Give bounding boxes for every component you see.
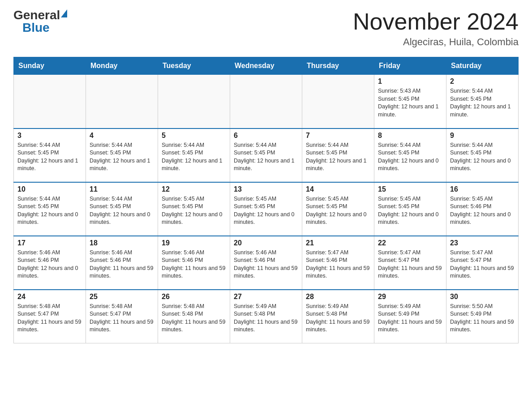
calendar-header-row: SundayMondayTuesdayWednesdayThursdayFrid… (14, 57, 519, 75)
day-number: 4 (90, 132, 154, 140)
weekday-header-friday: Friday (374, 57, 446, 75)
day-info: Sunrise: 5:44 AM Sunset: 5:45 PM Dayligh… (450, 141, 515, 173)
page-header: General Blue November 2024 Algeciras, Hu… (13, 9, 519, 48)
weekday-header-tuesday: Tuesday (158, 57, 230, 75)
calendar-cell: 12Sunrise: 5:45 AM Sunset: 5:45 PM Dayli… (158, 182, 230, 236)
calendar-cell: 3Sunrise: 5:44 AM Sunset: 5:45 PM Daylig… (14, 128, 86, 182)
calendar-cell: 2Sunrise: 5:44 AM Sunset: 5:45 PM Daylig… (446, 75, 519, 128)
day-number: 30 (450, 293, 515, 301)
calendar-cell: 25Sunrise: 5:48 AM Sunset: 5:47 PM Dayli… (86, 290, 158, 343)
calendar-cell (230, 75, 302, 128)
day-number: 14 (306, 185, 370, 193)
day-info: Sunrise: 5:46 AM Sunset: 5:46 PM Dayligh… (17, 249, 82, 280)
day-number: 19 (162, 239, 226, 247)
calendar-table: SundayMondayTuesdayWednesdayThursdayFrid… (13, 57, 519, 343)
day-number: 1 (378, 77, 442, 86)
day-number: 6 (234, 132, 298, 140)
day-number: 22 (378, 239, 442, 247)
calendar-cell: 22Sunrise: 5:47 AM Sunset: 5:47 PM Dayli… (374, 236, 446, 290)
calendar-cell: 9Sunrise: 5:44 AM Sunset: 5:45 PM Daylig… (446, 128, 519, 182)
calendar-cell: 15Sunrise: 5:45 AM Sunset: 5:45 PM Dayli… (374, 182, 446, 236)
calendar-cell: 1Sunrise: 5:43 AM Sunset: 5:45 PM Daylig… (374, 75, 446, 128)
logo-blue-text: Blue (22, 21, 50, 34)
day-info: Sunrise: 5:46 AM Sunset: 5:46 PM Dayligh… (90, 249, 154, 280)
weekday-header-wednesday: Wednesday (230, 57, 302, 75)
calendar-cell: 4Sunrise: 5:44 AM Sunset: 5:45 PM Daylig… (86, 128, 158, 182)
day-info: Sunrise: 5:45 AM Sunset: 5:45 PM Dayligh… (162, 195, 226, 227)
day-number: 29 (378, 293, 442, 301)
calendar-cell: 30Sunrise: 5:50 AM Sunset: 5:49 PM Dayli… (446, 290, 519, 343)
day-info: Sunrise: 5:45 AM Sunset: 5:45 PM Dayligh… (306, 195, 370, 227)
day-info: Sunrise: 5:47 AM Sunset: 5:47 PM Dayligh… (378, 249, 442, 280)
day-info: Sunrise: 5:44 AM Sunset: 5:45 PM Dayligh… (378, 141, 442, 173)
day-info: Sunrise: 5:49 AM Sunset: 5:48 PM Dayligh… (234, 303, 298, 334)
calendar-cell (86, 75, 158, 128)
day-number: 8 (378, 132, 442, 140)
month-title: November 2024 (353, 9, 519, 34)
day-info: Sunrise: 5:48 AM Sunset: 5:47 PM Dayligh… (90, 303, 154, 334)
day-number: 18 (90, 239, 154, 247)
day-info: Sunrise: 5:50 AM Sunset: 5:49 PM Dayligh… (450, 303, 515, 334)
calendar-cell: 7Sunrise: 5:44 AM Sunset: 5:45 PM Daylig… (302, 128, 374, 182)
calendar-cell: 28Sunrise: 5:49 AM Sunset: 5:48 PM Dayli… (302, 290, 374, 343)
day-info: Sunrise: 5:48 AM Sunset: 5:48 PM Dayligh… (162, 303, 226, 334)
logo-triangle-icon (61, 9, 67, 17)
calendar-cell: 20Sunrise: 5:46 AM Sunset: 5:46 PM Dayli… (230, 236, 302, 290)
logo-general-text: General (13, 9, 60, 21)
day-info: Sunrise: 5:46 AM Sunset: 5:46 PM Dayligh… (162, 249, 226, 280)
calendar-week-row: 17Sunrise: 5:46 AM Sunset: 5:46 PM Dayli… (14, 236, 519, 290)
day-info: Sunrise: 5:43 AM Sunset: 5:45 PM Dayligh… (378, 87, 442, 119)
calendar-cell: 8Sunrise: 5:44 AM Sunset: 5:45 PM Daylig… (374, 128, 446, 182)
calendar-cell: 17Sunrise: 5:46 AM Sunset: 5:46 PM Dayli… (14, 236, 86, 290)
calendar-cell: 13Sunrise: 5:45 AM Sunset: 5:45 PM Dayli… (230, 182, 302, 236)
calendar-cell (14, 75, 86, 128)
day-number: 25 (90, 293, 154, 301)
day-info: Sunrise: 5:47 AM Sunset: 5:47 PM Dayligh… (450, 249, 515, 280)
day-number: 12 (162, 185, 226, 193)
day-number: 15 (378, 185, 442, 193)
day-info: Sunrise: 5:48 AM Sunset: 5:47 PM Dayligh… (17, 303, 82, 334)
day-number: 28 (306, 293, 370, 301)
day-info: Sunrise: 5:44 AM Sunset: 5:45 PM Dayligh… (17, 141, 82, 173)
weekday-header-sunday: Sunday (14, 57, 86, 75)
day-info: Sunrise: 5:47 AM Sunset: 5:46 PM Dayligh… (306, 249, 370, 280)
logo: General Blue (13, 9, 67, 34)
calendar-week-row: 1Sunrise: 5:43 AM Sunset: 5:45 PM Daylig… (14, 75, 519, 128)
calendar-cell (158, 75, 230, 128)
day-number: 24 (17, 293, 82, 301)
day-info: Sunrise: 5:44 AM Sunset: 5:45 PM Dayligh… (90, 195, 154, 227)
day-number: 20 (234, 239, 298, 247)
day-number: 27 (234, 293, 298, 301)
day-info: Sunrise: 5:44 AM Sunset: 5:45 PM Dayligh… (306, 141, 370, 173)
calendar-cell: 18Sunrise: 5:46 AM Sunset: 5:46 PM Dayli… (86, 236, 158, 290)
weekday-header-saturday: Saturday (446, 57, 519, 75)
day-info: Sunrise: 5:44 AM Sunset: 5:45 PM Dayligh… (234, 141, 298, 173)
day-number: 7 (306, 132, 370, 140)
day-info: Sunrise: 5:46 AM Sunset: 5:46 PM Dayligh… (234, 249, 298, 280)
calendar-cell: 26Sunrise: 5:48 AM Sunset: 5:48 PM Dayli… (158, 290, 230, 343)
day-info: Sunrise: 5:44 AM Sunset: 5:45 PM Dayligh… (162, 141, 226, 173)
calendar-cell: 5Sunrise: 5:44 AM Sunset: 5:45 PM Daylig… (158, 128, 230, 182)
weekday-header-thursday: Thursday (302, 57, 374, 75)
day-info: Sunrise: 5:44 AM Sunset: 5:45 PM Dayligh… (17, 195, 82, 227)
weekday-header-monday: Monday (86, 57, 158, 75)
calendar-cell: 6Sunrise: 5:44 AM Sunset: 5:45 PM Daylig… (230, 128, 302, 182)
calendar-cell: 27Sunrise: 5:49 AM Sunset: 5:48 PM Dayli… (230, 290, 302, 343)
calendar-cell: 14Sunrise: 5:45 AM Sunset: 5:45 PM Dayli… (302, 182, 374, 236)
day-number: 10 (17, 185, 82, 193)
calendar-cell: 16Sunrise: 5:45 AM Sunset: 5:46 PM Dayli… (446, 182, 519, 236)
day-info: Sunrise: 5:45 AM Sunset: 5:45 PM Dayligh… (234, 195, 298, 227)
day-number: 2 (450, 77, 515, 86)
day-number: 3 (17, 132, 82, 140)
day-info: Sunrise: 5:44 AM Sunset: 5:45 PM Dayligh… (450, 87, 515, 119)
calendar-cell: 24Sunrise: 5:48 AM Sunset: 5:47 PM Dayli… (14, 290, 86, 343)
calendar-cell (302, 75, 374, 128)
location-title: Algeciras, Huila, Colombia (353, 36, 519, 48)
title-block: November 2024 Algeciras, Huila, Colombia (353, 9, 519, 48)
day-info: Sunrise: 5:49 AM Sunset: 5:48 PM Dayligh… (306, 303, 370, 334)
calendar-week-row: 10Sunrise: 5:44 AM Sunset: 5:45 PM Dayli… (14, 182, 519, 236)
day-number: 13 (234, 185, 298, 193)
day-number: 11 (90, 185, 154, 193)
calendar-cell: 19Sunrise: 5:46 AM Sunset: 5:46 PM Dayli… (158, 236, 230, 290)
day-info: Sunrise: 5:49 AM Sunset: 5:49 PM Dayligh… (378, 303, 442, 334)
